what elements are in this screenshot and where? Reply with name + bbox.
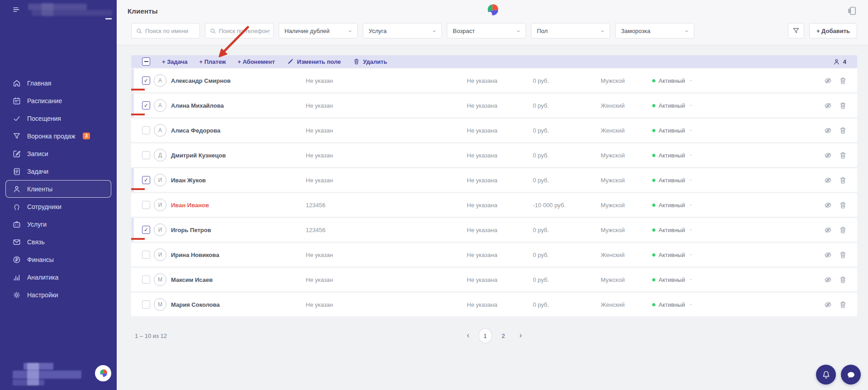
view-client-button[interactable]	[824, 226, 832, 234]
view-client-button[interactable]	[824, 251, 832, 259]
delete-client-button[interactable]	[839, 276, 847, 284]
client-status-dropdown[interactable]: Активный	[652, 301, 783, 308]
client-name-link[interactable]: Ирина Новикова	[171, 252, 219, 258]
sidebar-item-11[interactable]: Аналитика	[5, 268, 111, 286]
row-checkbox[interactable]	[142, 276, 150, 284]
delete-client-button[interactable]	[839, 151, 847, 160]
page-button-1[interactable]: 2	[497, 328, 510, 343]
client-name-link[interactable]: Игорь Петров	[171, 227, 211, 233]
add-payment-button[interactable]: + Платеж	[199, 58, 226, 65]
view-client-button[interactable]	[824, 101, 832, 110]
client-status-dropdown[interactable]: Активный	[652, 77, 783, 84]
client-name-link[interactable]: Алиса Федорова	[171, 127, 220, 134]
sidebar-item-3[interactable]: Воронка продаж 3	[5, 127, 111, 145]
chat-button[interactable]	[841, 365, 861, 385]
row-checkbox[interactable]	[142, 151, 150, 159]
delete-selected-button[interactable]: Удалить	[353, 58, 387, 65]
sidebar-item-1[interactable]: Расписание	[5, 92, 111, 109]
delete-client-button[interactable]	[839, 126, 847, 135]
client-name-link[interactable]: Дмитрий Кузнецов	[171, 152, 226, 159]
client-row-7[interactable]: И Ирина Новикова Не указан Не указана 0 …	[131, 243, 857, 266]
client-name-link[interactable]: Иван Иванов	[171, 202, 209, 209]
client-status-dropdown[interactable]: Активный	[652, 127, 783, 134]
delete-client-button[interactable]	[839, 101, 847, 110]
sidebar-item-7[interactable]: Сотрудники	[5, 198, 111, 215]
view-client-button[interactable]	[824, 126, 832, 135]
clients-table: А Александр Смирнов Не указан Не указана…	[131, 69, 857, 316]
view-client-button[interactable]	[824, 300, 832, 309]
row-checkbox[interactable]	[142, 176, 150, 184]
delete-client-button[interactable]	[839, 176, 847, 185]
prev-page-button[interactable]	[464, 332, 472, 340]
service-filter-select[interactable]: Услуга	[363, 23, 442, 38]
delete-client-button[interactable]	[839, 300, 847, 309]
add-subscription-button[interactable]: + Абонемент	[237, 58, 275, 65]
row-checkbox[interactable]	[142, 251, 150, 259]
client-row-5[interactable]: И Иван Иванов 123456 Не указана -10 000 …	[131, 193, 857, 217]
search-name-input[interactable]	[145, 28, 196, 34]
advanced-filter-button[interactable]	[788, 23, 804, 38]
client-row-9[interactable]: М Мария Соколова Не указан Не указана 0 …	[131, 293, 857, 316]
client-name-link[interactable]: Максим Исаев	[171, 276, 213, 283]
client-name-link[interactable]: Мария Соколова	[171, 301, 220, 308]
next-page-button[interactable]	[517, 332, 525, 340]
sidebar-item-10[interactable]: Финансы	[5, 251, 111, 268]
client-status-dropdown[interactable]: Активный	[652, 252, 783, 258]
client-name-link[interactable]: Александр Смирнов	[171, 77, 231, 84]
client-row-1[interactable]: А Алина Михайлова Не указан Не указана 0…	[131, 94, 857, 117]
sidebar-item-6[interactable]: Клиенты	[5, 180, 111, 198]
age-filter-select[interactable]: Возраст	[447, 23, 526, 38]
row-checkbox[interactable]	[142, 201, 150, 209]
client-status-dropdown[interactable]: Активный	[652, 102, 783, 109]
sidebar-item-12[interactable]: Настройки	[5, 286, 111, 304]
sidebar-item-4[interactable]: Записи	[5, 145, 111, 162]
view-client-button[interactable]	[824, 276, 832, 284]
delete-client-button[interactable]	[839, 251, 847, 259]
delete-client-button[interactable]	[839, 226, 847, 234]
client-status-dropdown[interactable]: Активный	[652, 227, 783, 233]
chevron-down-icon	[688, 103, 693, 108]
add-task-button[interactable]: + Задача	[162, 58, 188, 65]
client-status-dropdown[interactable]: Активный	[652, 276, 783, 283]
row-checkbox[interactable]	[142, 226, 150, 234]
view-client-button[interactable]	[824, 151, 832, 160]
client-detail: Не указана	[467, 127, 533, 134]
client-row-2[interactable]: А Алиса Федорова Не указан Не указана 0 …	[131, 119, 857, 142]
menu-toggle-icon[interactable]	[11, 6, 21, 14]
services-icon	[12, 220, 21, 229]
add-client-button[interactable]: + Добавить	[809, 23, 857, 38]
sidebar-item-2[interactable]: Посещения	[5, 109, 111, 127]
sidebar-item-0[interactable]: Главная	[5, 74, 111, 92]
client-status-dropdown[interactable]: Активный	[652, 152, 783, 159]
sidebar-item-5[interactable]: Задачи	[5, 162, 111, 180]
client-row-4[interactable]: И Иван Жуков Не указан Не указана 0 руб.…	[131, 168, 857, 192]
client-status-dropdown[interactable]: Активный	[652, 202, 783, 209]
client-name-link[interactable]: Иван Жуков	[171, 177, 206, 184]
row-checkbox[interactable]	[142, 101, 150, 109]
client-name-link[interactable]: Алина Михайлова	[171, 102, 224, 109]
delete-client-button[interactable]	[839, 76, 847, 85]
row-checkbox[interactable]	[142, 126, 150, 134]
duplicates-filter-select[interactable]: Наличие дублей	[279, 23, 358, 38]
view-client-button[interactable]	[824, 76, 832, 85]
page-button-0[interactable]: 1	[479, 328, 492, 343]
gender-filter-select[interactable]: Пол	[531, 23, 610, 38]
client-row-3[interactable]: Д Дмитрий Кузнецов Не указан Не указана …	[131, 143, 857, 167]
select-all-checkbox[interactable]	[142, 57, 150, 66]
freeze-filter-select[interactable]: Заморозка	[615, 23, 694, 38]
client-status-dropdown[interactable]: Активный	[652, 177, 783, 184]
client-row-6[interactable]: И Игорь Петров 123456 Не указана 0 руб. …	[131, 218, 857, 242]
search-phone-input[interactable]	[219, 28, 270, 34]
client-row-8[interactable]: М Максим Исаев Не указан Не указана 0 ру…	[131, 268, 857, 291]
notifications-button[interactable]	[816, 365, 836, 385]
edit-field-button[interactable]: Изменить поле	[287, 58, 341, 65]
row-checkbox[interactable]	[142, 300, 150, 309]
sidebar-item-8[interactable]: Услуги	[5, 215, 111, 233]
view-client-button[interactable]	[824, 201, 832, 209]
row-checkbox[interactable]	[142, 76, 150, 85]
client-row-0[interactable]: А Александр Смирнов Не указан Не указана…	[131, 69, 857, 92]
sidebar-item-9[interactable]: Связь	[5, 233, 111, 251]
export-excel-button[interactable]	[846, 5, 857, 16]
view-client-button[interactable]	[824, 176, 832, 185]
delete-client-button[interactable]	[839, 201, 847, 209]
